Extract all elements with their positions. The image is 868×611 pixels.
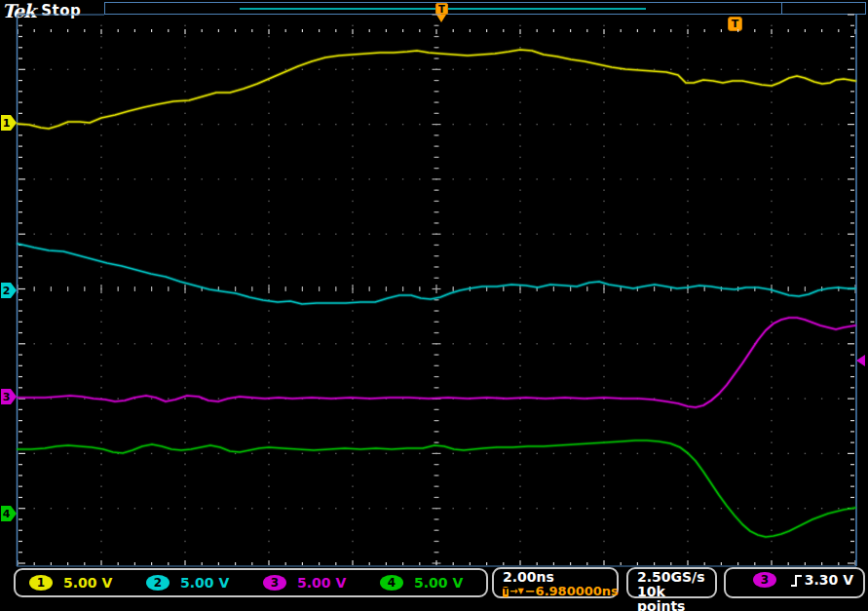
graticule-and-waveforms: 1234 [0, 0, 868, 611]
grid-dot [352, 278, 353, 279]
grid-dot [553, 124, 554, 125]
grid-dot [268, 278, 269, 279]
grid-dot [771, 343, 772, 344]
bottom-edge-tick [202, 562, 203, 565]
grid-dot [637, 343, 638, 344]
left-edge-tick [19, 80, 22, 81]
grid-dot [603, 530, 604, 531]
grid-dot [184, 25, 185, 26]
center-vline-tick [434, 101, 439, 102]
bottom-edge-tick [503, 562, 504, 565]
grid-dot [184, 441, 185, 442]
grid-dot [771, 255, 772, 256]
grid-dot [202, 453, 203, 454]
grid-dot [419, 453, 420, 454]
center-vline-tick [434, 354, 439, 355]
trace-ch3 [18, 318, 855, 407]
grid-dot [168, 508, 169, 509]
grid-dot [100, 409, 101, 410]
grid-dot [721, 69, 722, 70]
grid-dot [687, 365, 688, 366]
grid-dot [218, 69, 219, 70]
grid-dot [704, 343, 705, 344]
grid-dot [603, 508, 604, 509]
right-edge-tick [850, 57, 854, 58]
grid-dot [352, 420, 353, 421]
grid-dot [687, 168, 688, 169]
grid-dot [268, 145, 269, 146]
center-vline-tick [434, 486, 439, 487]
grid-dot [402, 453, 403, 454]
grid-dot [788, 453, 789, 454]
grid-dot [771, 332, 772, 333]
grid-dot [603, 222, 604, 223]
grid-dot [268, 57, 269, 58]
top-edge-tick [435, 29, 436, 34]
grid-dot [285, 453, 286, 454]
grid-dot [603, 211, 604, 212]
trigger-t-mini-icon: T [503, 587, 509, 597]
grid-dot [603, 332, 604, 333]
trace-glow-ch3 [18, 318, 855, 407]
grid-dot [100, 343, 101, 344]
grid-dot [151, 69, 152, 70]
grid-dot [218, 508, 219, 509]
center-hline-tick [586, 286, 587, 291]
grid-dot [369, 178, 370, 179]
grid-dot [687, 157, 688, 158]
grid-dot [486, 178, 487, 179]
left-edge-tick [19, 157, 22, 158]
grid-dot [268, 255, 269, 256]
grid-dot [235, 343, 236, 344]
right-edge-tick [850, 168, 854, 169]
bottom-edge-tick [654, 562, 655, 565]
grid-dot [268, 124, 269, 125]
top-edge-tick [570, 29, 571, 32]
grid-dot [486, 343, 487, 344]
grid-dot [352, 508, 353, 509]
grid-dot [151, 178, 152, 179]
grid-dot [737, 398, 738, 399]
grid-dot [586, 69, 587, 70]
trace-ch2 [18, 244, 855, 304]
grid-dot [268, 168, 269, 169]
grid-dot [184, 497, 185, 498]
grid-dot [386, 234, 387, 235]
grid-dot [100, 101, 101, 102]
grid-dot [771, 189, 772, 190]
grid-dot [402, 178, 403, 179]
bottom-edge-tick [537, 562, 538, 565]
grid-dot [470, 234, 471, 235]
grid-dot [821, 234, 822, 235]
grid-dot [419, 124, 420, 125]
grid-dot [687, 266, 688, 267]
grid-dot [721, 508, 722, 509]
grid-dot [100, 113, 101, 114]
right-edge-tick [850, 134, 854, 135]
grid-dot [302, 178, 303, 179]
channel-2-badge: 2 [146, 575, 170, 591]
grid-dot [603, 234, 604, 235]
grid-dot [235, 508, 236, 509]
grid-dot [218, 398, 219, 399]
grid-dot [537, 178, 538, 179]
left-edge-tick [19, 57, 22, 58]
center-vline-tick [434, 57, 439, 58]
grid-dot [670, 234, 671, 235]
top-edge-tick [386, 29, 387, 32]
grid-dot [687, 475, 688, 476]
center-vline-tick [434, 376, 439, 377]
right-edge-tick [850, 552, 854, 553]
grid-dot [184, 453, 185, 454]
grid-dot [51, 234, 52, 235]
grid-dot [352, 354, 353, 355]
grid-dot [771, 322, 772, 323]
grid-dot [519, 91, 520, 92]
grid-dot [184, 69, 185, 70]
left-edge-tick [19, 562, 25, 563]
channel-1-badge: 1 [29, 575, 53, 591]
grid-dot [503, 124, 504, 125]
grid-dot [335, 124, 336, 125]
right-edge-tick [850, 47, 854, 48]
grid-dot [184, 409, 185, 410]
